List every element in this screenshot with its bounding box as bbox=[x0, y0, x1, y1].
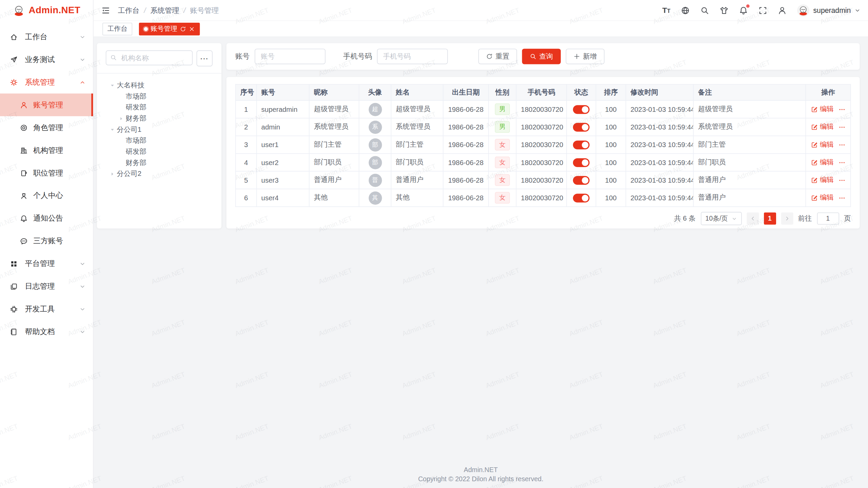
edit-button[interactable]: 编辑 bbox=[811, 122, 834, 132]
prev-page-button[interactable] bbox=[747, 212, 759, 225]
org-search-input[interactable] bbox=[106, 50, 193, 65]
search-icon[interactable] bbox=[700, 6, 709, 15]
sidebar-menu: 工作台业务测试系统管理账号管理角色管理机构管理职位管理个人中心通知公告三方账号平… bbox=[0, 20, 93, 343]
search-form: 账号 手机号码 重置 查询 新增 bbox=[226, 43, 860, 69]
profile-icon bbox=[20, 192, 28, 200]
tree-node[interactable]: 研发部 bbox=[106, 146, 213, 157]
status-toggle[interactable] bbox=[573, 123, 590, 131]
edit-button[interactable]: 编辑 bbox=[811, 140, 834, 149]
edit-button[interactable]: 编辑 bbox=[811, 193, 834, 203]
chevron-right-icon bbox=[784, 216, 790, 221]
account-table: 序号账号昵称头像姓名出生日期性别手机号码状态排序修改时间备注操作 1supera… bbox=[235, 84, 851, 207]
status-toggle[interactable] bbox=[573, 176, 590, 184]
cell-birth_date: 1986-06-28 bbox=[443, 136, 489, 154]
tab-account-active[interactable]: 账号管理 bbox=[139, 22, 200, 35]
cell-phone: 18020030720 bbox=[516, 118, 567, 136]
column-header-gender: 性别 bbox=[489, 84, 516, 100]
tab-workbench[interactable]: 工作台 bbox=[102, 22, 132, 35]
theme-icon[interactable] bbox=[720, 6, 729, 15]
edit-button[interactable]: 编辑 bbox=[811, 158, 834, 167]
edit-button[interactable]: 编辑 bbox=[811, 176, 834, 185]
refresh-icon[interactable] bbox=[180, 26, 186, 32]
cell-avatar: 普 bbox=[359, 171, 391, 189]
chevron-down-icon bbox=[80, 284, 85, 289]
add-button[interactable]: 新增 bbox=[566, 49, 605, 64]
breadcrumb-item-current: 账号管理 bbox=[190, 5, 219, 15]
sidebar-item[interactable]: 开发工具 bbox=[0, 298, 93, 320]
caret-down-icon[interactable] bbox=[108, 127, 117, 132]
tree-node[interactable]: 分公司2 bbox=[106, 168, 213, 179]
main-area: 工作台 / 系统管理 / 账号管理 TT superadmi bbox=[94, 0, 868, 488]
sidebar-item[interactable]: 机构管理 bbox=[0, 139, 93, 162]
goto-page-input[interactable] bbox=[817, 212, 839, 225]
reset-button[interactable]: 重置 bbox=[478, 49, 517, 64]
close-icon[interactable] bbox=[189, 26, 195, 32]
notification-icon[interactable] bbox=[739, 6, 748, 15]
account-input[interactable] bbox=[255, 49, 326, 64]
more-actions-button[interactable] bbox=[839, 141, 845, 148]
sidebar-item[interactable]: 平台管理 bbox=[0, 252, 93, 275]
more-actions-button[interactable] bbox=[839, 124, 845, 130]
sidebar-item[interactable]: 工作台 bbox=[0, 25, 93, 48]
column-header-account: 账号 bbox=[257, 84, 309, 100]
phone-input[interactable] bbox=[377, 49, 448, 64]
notification-badge bbox=[746, 4, 750, 7]
tree-node[interactable]: 财务部 bbox=[106, 113, 213, 124]
user-menu[interactable]: superadmin bbox=[797, 4, 860, 16]
cell-modify_time: 2023-01-03 10:59:44 bbox=[626, 171, 693, 189]
table-row: 6user4其他其其他1986-06-28女180200307201002023… bbox=[236, 189, 851, 207]
tree-node[interactable]: 财务部 bbox=[106, 157, 213, 168]
cell-index: 2 bbox=[236, 118, 257, 136]
plus-icon bbox=[573, 53, 580, 60]
sidebar-item-label: 帮助文档 bbox=[25, 327, 80, 337]
cell-remark: 普通用户 bbox=[693, 171, 806, 189]
tree-node[interactable]: 分公司1 bbox=[106, 124, 213, 135]
sidebar-item[interactable]: 角色管理 bbox=[0, 116, 93, 139]
sidebar-item[interactable]: 业务测试 bbox=[0, 48, 93, 71]
sidebar-item[interactable]: 账号管理 bbox=[0, 94, 93, 116]
language-icon[interactable] bbox=[681, 6, 690, 15]
org-more-button[interactable]: ··· bbox=[197, 50, 213, 66]
cell-gender: 男 bbox=[489, 118, 516, 136]
font-size-icon[interactable]: TT bbox=[662, 5, 670, 15]
bell-icon bbox=[20, 215, 28, 222]
caret-down-icon[interactable] bbox=[108, 83, 117, 88]
status-toggle[interactable] bbox=[573, 158, 590, 167]
avatar-badge: 部 bbox=[369, 156, 382, 169]
sidebar-item[interactable]: 日志管理 bbox=[0, 275, 93, 298]
breadcrumb-item[interactable]: 系统管理 bbox=[150, 5, 179, 15]
more-actions-button[interactable] bbox=[839, 106, 845, 113]
sidebar-item[interactable]: 系统管理 bbox=[0, 71, 93, 94]
page-size-select[interactable]: 10条/页 bbox=[701, 212, 742, 225]
more-actions-button[interactable] bbox=[839, 195, 845, 201]
more-actions-button[interactable] bbox=[839, 159, 845, 166]
tree-node[interactable]: 大名科技 bbox=[106, 80, 213, 91]
caret-right-icon[interactable] bbox=[108, 171, 117, 176]
query-button[interactable]: 查询 bbox=[522, 49, 561, 64]
sidebar-item[interactable]: 三方账号 bbox=[0, 230, 93, 252]
sidebar-item[interactable]: 帮助文档 bbox=[0, 320, 93, 343]
cell-remark: 超级管理员 bbox=[693, 100, 806, 118]
sidebar-item[interactable]: 个人中心 bbox=[0, 184, 93, 207]
tree-node[interactable]: 市场部 bbox=[106, 135, 213, 146]
menu-fold-icon[interactable] bbox=[101, 6, 110, 15]
logo[interactable]: Admin.NET bbox=[0, 0, 93, 20]
fullscreen-icon[interactable] bbox=[758, 6, 767, 15]
more-actions-button[interactable] bbox=[839, 177, 845, 184]
sidebar-item-label: 工作台 bbox=[25, 32, 80, 42]
tree-node[interactable]: 市场部 bbox=[106, 91, 213, 102]
sidebar-item[interactable]: 职位管理 bbox=[0, 162, 93, 184]
breadcrumb-item[interactable]: 工作台 bbox=[118, 5, 140, 15]
status-toggle[interactable] bbox=[573, 140, 590, 149]
status-toggle[interactable] bbox=[573, 194, 590, 202]
tree-node[interactable]: 研发部 bbox=[106, 102, 213, 113]
user-icon[interactable] bbox=[778, 6, 787, 15]
sidebar-item[interactable]: 通知公告 bbox=[0, 207, 93, 230]
current-page[interactable]: 1 bbox=[764, 212, 776, 225]
tree-node-label: 财务部 bbox=[126, 158, 146, 167]
next-page-button[interactable] bbox=[781, 212, 793, 225]
status-toggle[interactable] bbox=[573, 105, 590, 114]
edit-button[interactable]: 编辑 bbox=[811, 105, 834, 114]
caret-right-icon[interactable] bbox=[117, 116, 125, 121]
chevron-down-icon bbox=[80, 34, 85, 39]
